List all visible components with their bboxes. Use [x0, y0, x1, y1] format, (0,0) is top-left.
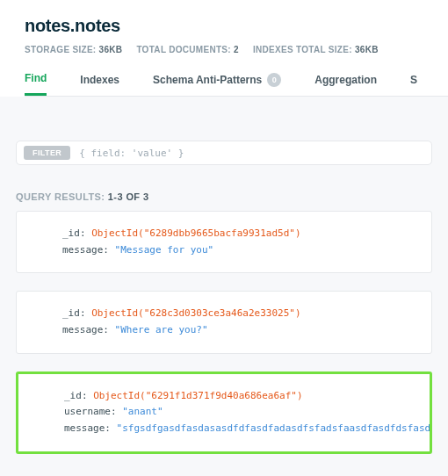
schema-badge: 0: [267, 73, 281, 87]
field-key: username: [64, 406, 111, 417]
tab-schema-label: Schema Anti-Patterns: [153, 74, 262, 86]
filter-button[interactable]: FILTER: [24, 146, 70, 160]
page-title: notes.notes: [25, 16, 448, 36]
query-results-label: QUERY RESULTS: 1-3 OF 3: [16, 191, 448, 202]
indexes-size-stat: INDEXES TOTAL SIZE: 36KB: [253, 45, 379, 54]
field-value: "anant": [122, 406, 163, 417]
field-value: "sfgsdfgasdfasdasasdfdfasdfadasdfsfadsfa…: [117, 422, 432, 434]
document-field: _id: ObjectId("6291f1d371f9d40a686ea6af"…: [38, 388, 410, 405]
field-key: _id: [62, 307, 80, 319]
tab-indexes[interactable]: Indexes: [80, 67, 119, 96]
field-key: _id: [62, 227, 80, 239]
total-documents-stat: TOTAL DOCUMENTS: 2: [136, 45, 239, 54]
field-value: ObjectId("628c3d0303ce3a46a2e33025"): [91, 307, 300, 319]
field-value: "Where are you?": [115, 324, 208, 335]
field-key: _id: [64, 390, 82, 401]
field-value: ObjectId("6291f1d371f9d40a686ea6af"): [93, 390, 302, 401]
document-card[interactable]: _id: ObjectId("6291f1d371f9d40a686ea6af"…: [16, 371, 432, 454]
field-value: ObjectId("6289dbb9665bacfa9931ad5d"): [91, 227, 300, 239]
document-field: username: "anant": [38, 404, 410, 421]
field-value: "Message for you": [115, 244, 214, 256]
collection-stats: STORAGE SIZE: 36KB TOTAL DOCUMENTS: 2 IN…: [25, 45, 448, 54]
storage-size-stat: STORAGE SIZE: 36KB: [25, 45, 122, 54]
field-key: message: [64, 422, 105, 434]
filter-bar[interactable]: FILTER { field: 'value' }: [16, 141, 432, 165]
field-key: message: [62, 324, 103, 335]
document-field: message: "Where are you?": [36, 322, 412, 339]
field-key: message: [62, 244, 103, 256]
tab-search[interactable]: S: [410, 67, 417, 96]
documents-list: _id: ObjectId("6289dbb9665bacfa9931ad5d"…: [16, 211, 432, 454]
document-field: message: "Message for you": [36, 242, 412, 259]
tab-find[interactable]: Find: [25, 67, 47, 96]
document-card[interactable]: _id: ObjectId("628c3d0303ce3a46a2e33025"…: [16, 291, 432, 353]
document-field: _id: ObjectId("628c3d0303ce3a46a2e33025"…: [36, 306, 412, 322]
tab-schema-anti-patterns[interactable]: Schema Anti-Patterns 0: [153, 67, 281, 96]
filter-input-placeholder[interactable]: { field: 'value' }: [79, 148, 184, 159]
document-field: message: "sfgsdfgasdfasdasasdfdfasdfadas…: [38, 421, 410, 437]
document-field: _id: ObjectId("6289dbb9665bacfa9931ad5d"…: [36, 226, 412, 242]
document-card[interactable]: _id: ObjectId("6289dbb9665bacfa9931ad5d"…: [16, 211, 432, 273]
tabs: Find Indexes Schema Anti-Patterns 0 Aggr…: [25, 67, 448, 97]
header: notes.notes STORAGE SIZE: 36KB TOTAL DOC…: [0, 0, 448, 97]
tab-aggregation[interactable]: Aggregation: [314, 67, 377, 96]
